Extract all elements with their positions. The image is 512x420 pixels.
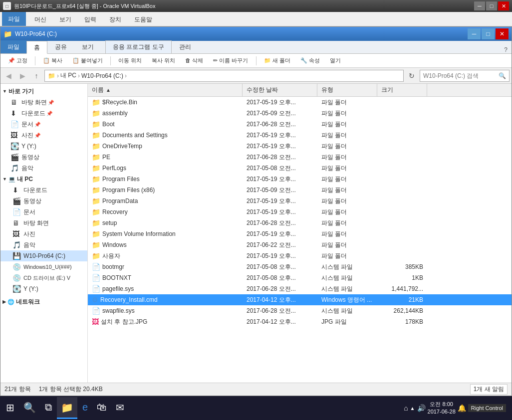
nav-downloads[interactable]: ⬇ 다운로드 📌 — [0, 108, 87, 119]
mail-taskbar-btn[interactable]: ✉ — [112, 397, 128, 419]
ribbon-share-tab[interactable]: 공유 — [47, 40, 74, 53]
file-icon: 📁 — [92, 230, 100, 238]
search-input[interactable] — [423, 72, 497, 79]
outer-view-tab[interactable]: 보기 — [53, 13, 78, 26]
table-row[interactable]: 📁 Recovery 2017-05-19 오후... 파일 폴더 — [88, 207, 512, 217]
col-name[interactable]: 이름 ▲ — [88, 84, 243, 96]
table-row[interactable]: 📄 pagefile.sys 2017-06-28 오전... 시스템 파일 1… — [88, 283, 512, 294]
refresh-btn[interactable]: ↻ — [406, 70, 418, 82]
table-row[interactable]: 📄 swapfile.sys 2017-06-28 오전... 시스템 파일 2… — [88, 305, 512, 316]
search-box[interactable]: 🔍 — [420, 70, 510, 82]
quick-access-header[interactable]: ▼ 바로 가기 — [0, 86, 87, 97]
task-view-btn[interactable]: ⧉ — [41, 397, 56, 419]
nav-music-quick[interactable]: 🎵 음악 — [0, 163, 87, 174]
nav-downloads-pc[interactable]: ⬇ 다운로드 — [0, 185, 87, 196]
outer-device-tab[interactable]: 장치 — [103, 13, 128, 26]
table-row[interactable]: 📁 Program Files 2017-05-19 오후... 파일 폴더 — [88, 174, 512, 185]
ribbon-view-tab[interactable]: 보기 — [74, 40, 101, 53]
right-control-label[interactable]: Right Control — [468, 404, 506, 412]
table-row[interactable]: 📁 OneDriveTemp 2017-05-19 오후... 파일 폴더 — [88, 141, 512, 152]
table-row[interactable]: 📁 System Volume Information 2017-05-19 오… — [88, 228, 512, 239]
paste-btn[interactable]: 📋 붙여넣기 — [68, 55, 107, 66]
nav-desktop-pc[interactable]: 🖥 바탕 화면 — [0, 217, 87, 228]
tray-up-icon[interactable]: ▲ — [410, 406, 415, 411]
nav-documents[interactable]: 📄 문서 📌 — [0, 119, 87, 130]
address-path-bar[interactable]: 📁 › 내 PC › W10-Pro64 (C:) › — [44, 70, 404, 82]
file-icon: 📁 — [92, 153, 100, 161]
table-row[interactable]: 📁 PerfLogs 2017-05-08 오전... 파일 폴더 — [88, 163, 512, 174]
table-row[interactable]: 📄 BOOTNXT 2017-05-08 오후... 시스템 파일 1KB — [88, 272, 512, 283]
nav-y-drive[interactable]: 💽 Y (Y:) — [0, 283, 87, 294]
vbox-maximize-btn[interactable]: □ — [486, 1, 497, 10]
move-btn[interactable]: 이동 위치 — [114, 55, 146, 66]
path-my-pc[interactable]: 내 PC — [60, 71, 76, 80]
rename-btn[interactable]: ✏ 이름 바꾸기 — [209, 55, 253, 66]
outer-machine-tab[interactable]: 머신 — [28, 13, 53, 26]
network-header[interactable]: ▶ 🌐 네트워크 — [0, 296, 87, 307]
explorer-close-btn[interactable]: ✕ — [496, 28, 509, 39]
nav-cd-drive[interactable]: 💿 CD 드라이브 (E:) V — [0, 272, 87, 283]
table-row[interactable]: 📁 $Recycle.Bin 2017-05-19 오후... 파일 폴더 — [88, 97, 512, 108]
outer-help-tab[interactable]: 도움말 — [128, 13, 159, 26]
store-taskbar-btn[interactable]: 🛍 — [93, 397, 111, 419]
nav-desktop[interactable]: 🖥 바탕 화면 📌 — [0, 97, 87, 108]
ribbon-file-tab[interactable]: 파일 — [0, 40, 26, 53]
nav-y-drive-quick[interactable]: 💽 Y (Y:) — [0, 141, 87, 152]
table-row[interactable]: 📁 사용자 2017-05-19 오후... 파일 폴더 — [88, 250, 512, 261]
outer-file-tab[interactable]: 파일 — [2, 12, 26, 26]
table-row[interactable]: 📁 PE 2017-06-28 오전... 파일 폴더 — [88, 152, 512, 163]
vbox-close-btn[interactable]: ✕ — [498, 1, 509, 10]
new-folder-btn[interactable]: 📁 새 폴더 — [259, 55, 295, 66]
tray-sound-icon[interactable]: 🔊 — [417, 404, 426, 412]
nav-pictures[interactable]: 🖼 사진 📌 — [0, 130, 87, 141]
nav-pictures-pc[interactable]: 🖼 사진 — [0, 228, 87, 239]
open-btn[interactable]: 열기 — [325, 55, 345, 66]
ribbon-manage-sub-tab[interactable]: 관리 — [172, 40, 199, 53]
copy-btn[interactable]: 📋 복사 — [38, 55, 67, 66]
explorer-title-icon: 📁 — [3, 30, 12, 38]
pin-btn[interactable]: 📌 고정 — [3, 55, 32, 66]
table-row[interactable]: 📁 assembly 2017-05-09 오전... 파일 폴더 — [88, 108, 512, 119]
table-row[interactable]: 📁 ProgramData 2017-05-19 오후... 파일 폴더 — [88, 196, 512, 207]
table-row[interactable]: 📁 Documents and Settings 2017-05-19 오후..… — [88, 130, 512, 141]
taskbar-clock[interactable]: 오전 8:00 2017-06-28 — [428, 401, 456, 416]
path-drive[interactable]: W10-Pro64 (C:) — [81, 72, 123, 79]
file-icon: 📁 — [92, 131, 100, 139]
nav-videos-quick[interactable]: 🎬 동영상 — [0, 152, 87, 163]
explorer-minimize-btn[interactable]: ─ — [468, 28, 481, 39]
nav-videos-pc[interactable]: 🎬 동영상 — [0, 196, 87, 207]
table-row[interactable]: 📁 Program Files (x86) 2017-05-09 오전... 파… — [88, 185, 512, 196]
properties-btn[interactable]: 🔧 속성 — [296, 55, 324, 66]
ribbon-manage-tab[interactable]: 응용 프로그램 도구 — [105, 40, 172, 53]
table-row[interactable]: 🖼 설치 후 참고.JPG 2017-04-12 오후... JPG 파일 17… — [88, 316, 512, 327]
ribbon-home-tab[interactable]: 홈 — [26, 41, 47, 54]
table-row[interactable]: ⚙ Recovery_Install.cmd 2017-04-12 오후... … — [88, 294, 512, 305]
forward-btn[interactable]: ▶ — [16, 70, 28, 82]
col-type[interactable]: 유형 — [317, 84, 377, 96]
nav-music-pc[interactable]: 🎵 음악 — [0, 239, 87, 250]
col-modified[interactable]: 수정한 날짜 — [243, 84, 317, 96]
explorer-maximize-btn[interactable]: □ — [482, 28, 495, 39]
nav-documents-pc[interactable]: 📄 문서 — [0, 207, 87, 217]
nav-c-drive[interactable]: 💾 W10-Pro64 (C:) — [0, 250, 87, 261]
search-btn[interactable]: 🔍 — [19, 397, 40, 419]
tray-network-icon[interactable]: ⌂ — [404, 404, 408, 412]
tray-notification-icon[interactable]: 🔔 — [458, 404, 466, 412]
mypc-header[interactable]: ▼ 💻 내 PC — [0, 174, 87, 185]
copy-to-btn[interactable]: 복사 위치 — [147, 55, 180, 66]
table-row[interactable]: 📁 Windows 2017-06-22 오전... 파일 폴더 — [88, 239, 512, 250]
outer-input-tab[interactable]: 입력 — [78, 13, 103, 26]
back-btn[interactable]: ◀ — [2, 70, 14, 82]
nav-win10-usb[interactable]: 💿 Windows10_U(###) — [0, 261, 87, 272]
col-size[interactable]: 크기 — [377, 84, 427, 96]
vbox-minimize-btn[interactable]: ─ — [474, 1, 485, 10]
table-row[interactable]: 📄 bootmgr 2017-05-08 오후... 시스템 파일 385KB — [88, 261, 512, 272]
up-btn[interactable]: ↑ — [30, 70, 42, 82]
delete-btn[interactable]: 🗑 삭제 — [181, 55, 208, 66]
edge-taskbar-btn[interactable]: e — [78, 397, 92, 419]
table-row[interactable]: 📁 Boot 2017-06-28 오전... 파일 폴더 — [88, 119, 512, 130]
explorer-taskbar-btn[interactable]: 📁 — [57, 397, 77, 419]
start-btn[interactable]: ⊞ — [2, 397, 18, 419]
table-row[interactable]: 📁 setup 2017-06-28 오전... 파일 폴더 — [88, 217, 512, 228]
ribbon-help-btn[interactable]: ? — [504, 46, 512, 53]
